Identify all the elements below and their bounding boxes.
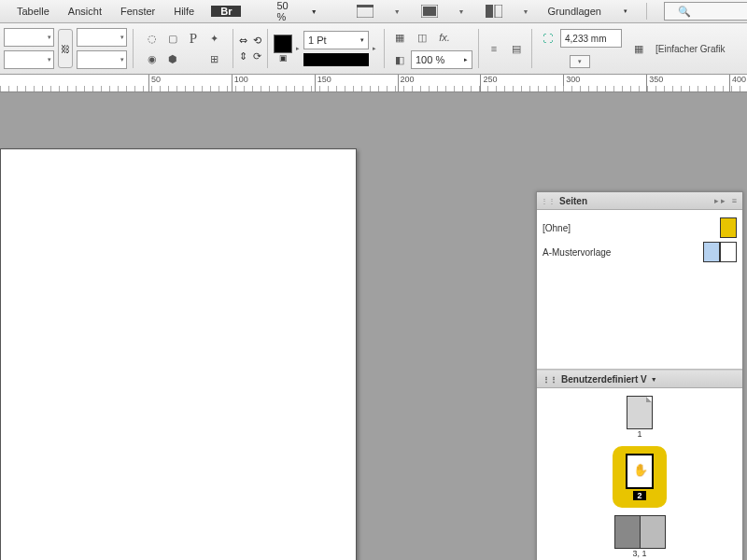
control-toolbar: ▾▾ ⛓ ▾▾ ◌ ▢ P ✦ ◉ ⬢ ⊞ ⇔ ⇕ ⟲ ⟳ ▣ ▸ 1 Pt▾ …	[0, 23, 747, 75]
opacity-icon: ◧	[390, 50, 409, 69]
zoom-combo[interactable]: 50 %▼	[267, 0, 326, 22]
pathfinder-group: ◌ ▢ P ✦ ◉ ⬢ ⊞	[143, 29, 223, 68]
page-1-item[interactable]: 1	[627, 396, 653, 439]
panel-menu-icon[interactable]: ≡	[732, 196, 739, 205]
pages-panel: ⋮⋮ Seiten ▸▸ ≡ [Ohne] A-Mustervorlage ⋮⋮…	[536, 191, 743, 560]
view-mode-3-icon[interactable]	[476, 2, 512, 21]
master-none-thumb	[720, 217, 737, 238]
page-2-item-selected[interactable]: ✋ 2	[613, 446, 667, 508]
y-field[interactable]: ▾	[4, 50, 54, 69]
flip-v-icon[interactable]: ⟳	[253, 50, 261, 63]
x-field[interactable]: ▾	[4, 28, 54, 47]
image-icon[interactable]: ▦	[390, 28, 409, 47]
grip-icon: ⋮⋮	[541, 197, 556, 205]
grip-icon: ⋮⋮	[543, 375, 557, 384]
stroke-style-combo[interactable]	[303, 53, 369, 66]
align-icon[interactable]: ⊞	[204, 49, 223, 68]
master-a-thumb-r	[720, 242, 737, 262]
swap-icon[interactable]: ▣	[274, 53, 292, 63]
h-field[interactable]: ▾	[77, 50, 127, 69]
menu-fenster[interactable]: Fenster	[111, 6, 164, 17]
collapse-icon[interactable]: ▸▸	[714, 196, 727, 205]
menu-hilfe[interactable]: Hilfe	[164, 6, 204, 17]
panel-title: Seiten	[559, 196, 587, 206]
opacity-field[interactable]: 100 %▸	[411, 50, 472, 69]
fx-icon[interactable]: fx.	[435, 28, 454, 47]
bridge-badge[interactable]: Br	[211, 6, 241, 17]
stroke-weight-combo[interactable]: 1 Pt▾	[303, 31, 369, 49]
pages-section-header[interactable]: ⋮⋮ Benutzerdefiniert V▼	[537, 370, 742, 388]
crop-icon[interactable]: ⛶	[538, 29, 557, 48]
textwrap-2-icon[interactable]: ▤	[507, 39, 526, 58]
corner-combo[interactable]: ▾	[570, 55, 590, 68]
distribute-h-icon[interactable]: ⇔	[239, 35, 247, 47]
ellipse-dotted-icon[interactable]: ◌	[143, 29, 162, 48]
master-none-row[interactable]: [Ohne]	[543, 216, 737, 240]
svg-rect-1	[357, 5, 374, 7]
link-xy-icon[interactable]: ⛓	[58, 29, 73, 68]
subtract-icon[interactable]: ⬢	[163, 49, 182, 68]
svg-rect-3	[423, 7, 436, 16]
view-mode-2-icon[interactable]	[412, 2, 447, 21]
menu-ansicht[interactable]: Ansicht	[59, 6, 111, 17]
frame-options-icon[interactable]: ▦	[629, 39, 648, 58]
workspace-label[interactable]: Grundlagen	[538, 6, 611, 17]
document-area[interactable]: ⋮⋮ Seiten ▸▸ ≡ [Ohne] A-Mustervorlage ⋮⋮…	[0, 92, 747, 560]
svg-rect-4	[486, 5, 493, 18]
master-a-thumb-l	[703, 242, 720, 262]
rect-dotted-icon[interactable]: ▢	[163, 29, 182, 48]
distribute-v-icon[interactable]: ⇕	[239, 50, 247, 63]
flip-h-icon[interactable]: ⟲	[253, 35, 261, 47]
menu-tabelle[interactable]: Tabelle	[7, 6, 59, 17]
svg-rect-5	[495, 5, 502, 18]
masters-list: [Ohne] A-Mustervorlage	[537, 210, 742, 370]
page-canvas[interactable]	[0, 148, 357, 560]
clip-icon[interactable]: ◫	[413, 28, 431, 47]
frame-caption: [Einfacher Grafik	[655, 44, 725, 54]
anchor-icon[interactable]: ✦	[204, 29, 223, 48]
union-icon[interactable]: ◉	[143, 49, 162, 68]
panel-header[interactable]: ⋮⋮ Seiten ▸▸ ≡	[537, 192, 742, 210]
pages-list: 1 ✋ 2 3, 1	[537, 388, 742, 560]
search-input[interactable]: 🔍	[664, 2, 747, 21]
mm-field[interactable]: 4,233 mm	[560, 29, 622, 48]
master-a-row[interactable]: A-Mustervorlage	[543, 240, 737, 264]
view-mode-1-icon[interactable]	[347, 2, 383, 21]
type-path-icon[interactable]: P	[184, 29, 203, 48]
page-3-spread-item[interactable]: 3, 1	[614, 515, 666, 558]
textwrap-1-icon[interactable]: ≡	[485, 39, 503, 58]
menu-bar: Tabelle Ansicht Fenster Hilfe Br 50 %▼ ▼…	[0, 0, 747, 23]
search-icon: 🔍	[669, 6, 700, 18]
horizontal-ruler[interactable]: 50100150200250300350400	[0, 75, 747, 92]
fill-swatch[interactable]	[274, 35, 292, 53]
w-field[interactable]: ▾	[77, 28, 127, 47]
